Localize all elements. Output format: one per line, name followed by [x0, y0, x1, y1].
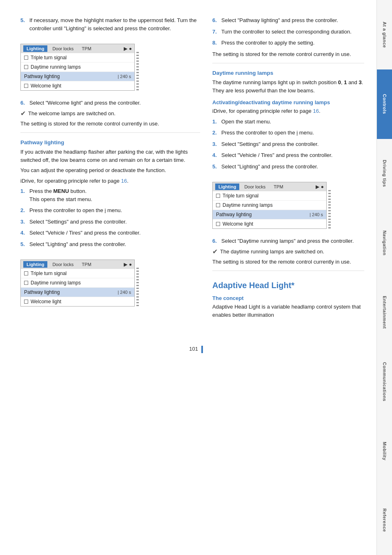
page-link-1[interactable]: 16 — [121, 178, 127, 184]
ui-row-triple-2: Triple turn signal — [21, 269, 134, 278]
side-tick-1 — [136, 52, 139, 91]
divider-1 — [20, 132, 200, 133]
ui-row-pathway-3: Pathway lighting | 240 s — [213, 210, 326, 219]
step-6-right-text: Select "Pathway lighting" and press the … — [221, 16, 364, 25]
main-content: 5. If necessary, move the highlight mark… — [0, 0, 376, 338]
ui-tab-lighting-1: Lighting — [23, 45, 47, 52]
checkbox-welcome-1 — [24, 84, 28, 88]
ui-tab-tpm-1: TPM — [78, 45, 94, 52]
daytime-heading: Daytime running lamps — [212, 70, 364, 76]
step-pathway-1-text: Press the MENU button.This opens the sta… — [29, 187, 200, 203]
step-daytime-4-text: Select "Vehicle / Tires" and press the c… — [221, 151, 364, 159]
check-note-2-text: The daytime running lamps are switched o… — [220, 248, 324, 255]
adaptive-heading: Adaptive Head Light* — [212, 281, 364, 290]
check-note-2: ✔ The daytime running lamps are switched… — [212, 248, 364, 255]
tab-navigation[interactable]: Navigation — [376, 208, 392, 278]
tab-bar: At a glance Controls Driving tips Naviga… — [376, 0, 392, 555]
page-link-2[interactable]: 16 — [313, 108, 318, 114]
checkbox-triple-3 — [216, 194, 220, 198]
step-pathway-4-text: Select "Vehicle / Tires" and press the c… — [29, 229, 200, 237]
step-daytime-4-num: 4. — [212, 151, 221, 159]
step-7-num: 7. — [212, 28, 221, 36]
step-pathway-3-text: Select "Settings" and press the controll… — [29, 218, 200, 226]
step-pathway-5-text: Select "Lighting" and press the controll… — [29, 240, 200, 248]
step-daytime-3-text: Select "Settings" and press the controll… — [221, 140, 364, 148]
activating-idrive: iDrive, for operating principle refer to… — [212, 107, 364, 115]
checkbox-daytime-2 — [24, 281, 28, 285]
step-daytime-2-text: Press the controller to open the i menu. — [221, 129, 364, 137]
ui-tab-tpm-2: TPM — [78, 261, 94, 268]
tab-controls[interactable]: Controls — [376, 69, 392, 139]
tab-at-a-glance[interactable]: At a glance — [376, 0, 392, 69]
check-note-1: ✔ The welcome lamps are switched on. — [20, 110, 200, 117]
step-6-right: 6. Select "Pathway lighting" and press t… — [212, 16, 364, 25]
ui-box-3-header: Lighting Door locks TPM ▶ ● — [213, 182, 326, 191]
checkbox-daytime-1 — [24, 65, 28, 69]
step-pathway-2-num: 2. — [20, 206, 29, 215]
tab-driving-tips[interactable]: Driving tips — [376, 139, 392, 208]
checkbox-daytime-3 — [216, 203, 220, 207]
ui-row-pathway-2: Pathway lighting | 240 s — [21, 288, 134, 297]
stored-note-3: The setting is stored for the remote con… — [212, 258, 364, 266]
pathway-p1: If you activate the headlamp flasher aft… — [20, 148, 200, 164]
ui-arrow-2: ▶ ● — [124, 262, 132, 267]
daytime-p1: The daytime running lamps light up in sw… — [212, 78, 364, 94]
step-pathway-3: 3. Select "Settings" and press the contr… — [20, 218, 200, 226]
ui-row-daytime-3: Daytime running lamps — [213, 201, 326, 210]
ui-tab-doorlocks-2: Door locks — [49, 261, 77, 268]
label-triple-3: Triple turn signal — [223, 193, 323, 199]
step-daytime-3-num: 3. — [212, 140, 221, 148]
ui-screenshot-2: Lighting Door locks TPM ▶ ● Triple turn … — [20, 255, 135, 311]
step-5: 5. If necessary, move the highlight mark… — [20, 16, 200, 32]
ui-tab-lighting-2: Lighting — [23, 261, 47, 268]
step-pathway-1-num: 1. — [20, 187, 29, 203]
step-daytime-4: 4. Select "Vehicle / Tires" and press th… — [212, 151, 364, 159]
step-6-daytime-num: 6. — [212, 237, 221, 245]
step-daytime-5-text: Select "Lighting" and press the controll… — [221, 163, 364, 171]
ui-arrow-1: ▶ ● — [124, 46, 132, 51]
step-8-num: 8. — [212, 39, 221, 47]
activating-heading: Activating/deactivating daytime running … — [212, 99, 364, 105]
ui-arrow-3: ▶ ● — [316, 184, 324, 190]
step-6-daytime: 6. Select "Daytime running lamps" and pr… — [212, 237, 364, 245]
pathway-p2: You can adjust the operating period or d… — [20, 166, 200, 175]
step-6-left: 6. Select "Welcome light" and press the … — [20, 99, 200, 107]
divider-3 — [212, 271, 364, 271]
value-pathway-2: | 240 s — [118, 290, 131, 295]
ui-box-2: Lighting Door locks TPM ▶ ● Triple turn … — [20, 260, 135, 307]
step-daytime-5-num: 5. — [212, 163, 221, 171]
page-number: 101 — [0, 346, 392, 361]
ui-row-welcome-1: Welcome light — [21, 81, 134, 90]
step-daytime-1-text: Open the start menu. — [221, 118, 364, 126]
step-daytime-5: 5. Select "Lighting" and press the contr… — [212, 163, 364, 171]
value-pathway-3: | 240 s — [310, 212, 323, 217]
side-tick-3 — [328, 190, 331, 229]
pathway-idrive: iDrive, for operating principle refer to… — [20, 177, 200, 185]
label-triple-2: Triple turn signal — [31, 271, 131, 276]
ui-row-triple-3: Triple turn signal — [213, 191, 326, 201]
ui-screenshot-3: Lighting Door locks TPM ▶ ● Triple turn … — [212, 178, 327, 233]
concept-p1: Adaptive Head Light is a variable headla… — [212, 303, 364, 319]
step-pathway-3-num: 3. — [20, 218, 29, 226]
tab-mobility[interactable]: Mobility — [376, 416, 392, 486]
checkbox-welcome-3 — [216, 222, 220, 226]
tab-entertainment[interactable]: Entertainment — [376, 278, 392, 347]
ui-tab-tpm-3: TPM — [270, 184, 286, 190]
step-6-daytime-text: Select "Daytime running lamps" and press… — [221, 237, 364, 245]
page-number-text: 101 — [189, 346, 198, 352]
right-column: 6. Select "Pathway lighting" and press t… — [208, 16, 364, 321]
ui-row-welcome-2: Welcome light — [21, 297, 134, 306]
ui-box-1: Lighting Door locks TPM ▶ ● Triple turn … — [20, 44, 135, 91]
ui-box-2-header: Lighting Door locks TPM ▶ ● — [21, 260, 134, 269]
step-6-left-num: 6. — [20, 99, 29, 107]
page-indicator — [201, 346, 203, 353]
checkbox-triple-2 — [24, 271, 28, 275]
step-daytime-1-num: 1. — [212, 118, 221, 126]
value-pathway-1: | 240 s — [118, 74, 131, 79]
ui-row-daytime-1: Daytime running lamps — [21, 63, 134, 72]
step-daytime-2: 2. Press the controller to open the i me… — [212, 129, 364, 137]
tab-communications[interactable]: Communications — [376, 347, 392, 416]
ui-row-pathway-1: Pathway lighting | 240 s — [21, 72, 134, 81]
tab-reference[interactable]: Reference — [376, 486, 392, 555]
checkbox-welcome-2 — [24, 300, 28, 304]
